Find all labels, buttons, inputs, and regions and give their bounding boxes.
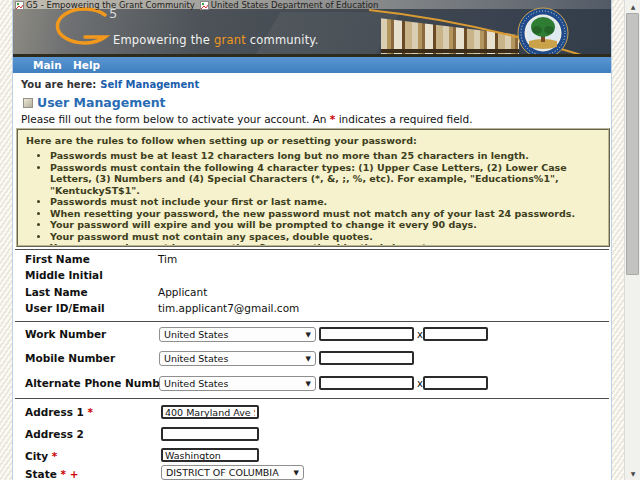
broken-image-alt-text: G5 - Empowering the Grant Community (26, 0, 195, 10)
password-rule: When resetting your password, the new pa… (50, 208, 598, 220)
mobile-country-select[interactable]: United States ▼ (159, 351, 316, 366)
section-divider (15, 321, 609, 322)
state-select-value: DISTRICT OF COLUMBIA (166, 467, 279, 478)
chevron-down-icon: ▼ (306, 331, 311, 339)
work-number-label: Work Number (25, 328, 106, 340)
breadcrumb: You are here:Self Management (21, 79, 199, 90)
address2-label: Address 2 (25, 428, 84, 440)
password-rules-box: Here are the rules to follow when settin… (16, 128, 610, 247)
password-rule: Passwords must contain the following 4 c… (50, 162, 598, 197)
instruction-text: Please fill out the form below to activa… (21, 113, 330, 125)
chevron-down-icon: ▼ (306, 380, 311, 388)
breadcrumb-prefix: You are here: (21, 79, 96, 90)
broken-image-alt-text: United States Department of Education (211, 0, 379, 10)
address1-label-text: Address 1 (25, 406, 84, 418)
first-name-label: First Name (25, 253, 90, 265)
menu-item-main[interactable]: Main (33, 59, 62, 71)
alternate-ext-input[interactable] (423, 376, 488, 390)
work-country-value: United States (164, 329, 228, 340)
breadcrumb-link-self-management[interactable]: Self Management (100, 79, 199, 90)
alternate-country-value: United States (164, 378, 228, 389)
password-rule: Passwords must be at least 12 characters… (50, 150, 598, 162)
heading-placeholder-icon (23, 98, 33, 108)
state-label-text: State (25, 468, 57, 480)
password-rules-list: Passwords must be at least 12 characters… (18, 150, 608, 247)
instruction-text: indicates a required field. (335, 113, 472, 125)
password-rule: Your password cannot have more than 2 co… (50, 242, 598, 247)
password-rule: Passwords must not include your first or… (50, 196, 598, 208)
password-rules-title: Here are the rules to follow when settin… (18, 130, 608, 148)
alternate-phone-label: Alternate Phone Number (25, 377, 172, 389)
broken-image-icon (15, 1, 24, 10)
menu-item-help[interactable]: Help (73, 59, 100, 71)
scrollbar-thumb[interactable] (626, 13, 639, 275)
section-divider (15, 249, 609, 250)
tagline: Empowering the grant community. (113, 33, 319, 47)
ed-seal-logo (517, 7, 569, 57)
mobile-number-input[interactable] (319, 351, 414, 365)
first-name-value: Tim (158, 253, 177, 265)
last-name-value: Applicant (158, 286, 207, 298)
section-divider (15, 398, 609, 399)
user-id-email-label: User ID/Email (25, 302, 105, 314)
broken-image-alt: G5 - Empowering the Grant Community (15, 0, 195, 10)
required-marker: * (88, 406, 94, 418)
broken-image-icon (200, 1, 209, 10)
state-plus-marker: + (70, 468, 79, 480)
alternate-country-select[interactable]: United States ▼ (159, 376, 316, 391)
chevron-down-icon: ▼ (306, 355, 311, 363)
required-marker: * (60, 468, 66, 480)
password-rule: Your password will expire and you will b… (50, 219, 598, 231)
user-id-email-value: tim.applicant7@gmail.com (158, 302, 299, 314)
page-title-row: User Management (23, 95, 166, 110)
state-select[interactable]: DISTRICT OF COLUMBIA ▼ (161, 465, 304, 480)
address1-input[interactable] (161, 405, 259, 419)
banner: G5 - Empowering the Grant Community Unit… (13, 0, 611, 57)
broken-image-alt: United States Department of Education (200, 0, 379, 10)
broken-image-alt-row: G5 - Empowering the Grant Community Unit… (15, 0, 378, 10)
scroll-down-button[interactable]: ▼ (625, 467, 640, 480)
form-instruction: Please fill out the form below to activa… (21, 113, 473, 125)
mobile-country-value: United States (164, 353, 228, 364)
mobile-number-label: Mobile Number (25, 352, 115, 364)
password-rule: Your password must not contain any space… (50, 231, 598, 243)
state-label: State * + (25, 468, 78, 480)
address2-input[interactable] (161, 427, 259, 441)
work-number-input[interactable] (319, 327, 414, 341)
g5-page: G5 - Empowering the Grant Community Unit… (12, 0, 612, 480)
menu-bar: Main Help (13, 57, 611, 73)
work-country-select[interactable]: United States ▼ (159, 327, 316, 342)
city-label: City * (25, 450, 57, 462)
work-ext-input[interactable] (423, 327, 488, 341)
address1-label: Address 1 * (25, 406, 93, 418)
vertical-scrollbar[interactable]: ▲ ▼ (624, 0, 640, 480)
middle-initial-label: Middle Initial (25, 269, 103, 281)
alternate-number-input[interactable] (319, 376, 414, 390)
city-input[interactable] (161, 448, 259, 462)
city-label-text: City (25, 450, 48, 462)
page-title: User Management (37, 95, 166, 110)
tagline-prefix: Empowering the (113, 33, 214, 47)
tagline-accent: grant (214, 33, 246, 47)
last-name-label: Last Name (25, 286, 88, 298)
required-marker: * (52, 450, 58, 462)
chevron-down-icon: ▼ (294, 469, 299, 477)
tagline-suffix: community. (246, 33, 319, 47)
scroll-up-button[interactable]: ▲ (625, 0, 640, 13)
